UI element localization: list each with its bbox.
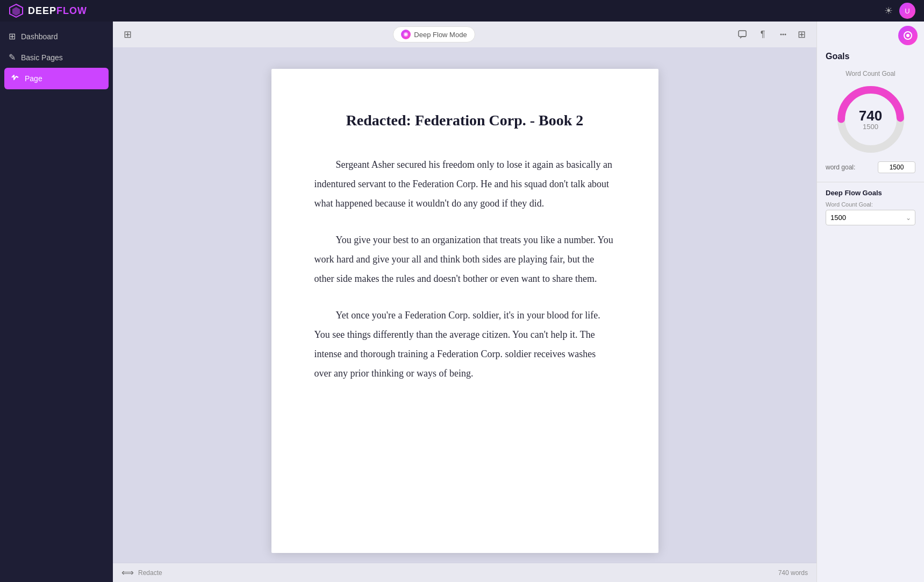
sidebar-item-label: Page [25,74,42,83]
avatar[interactable]: U [899,3,915,19]
word-count-goal-label: Word Count Goal [826,70,915,77]
svg-point-7 [785,34,786,36]
current-word-count: 740 [859,109,882,123]
logo-text: DEEPFLOW [28,5,87,17]
deep-flow-goals-section: Deep Flow Goals Word Count Goal: 500 750… [817,182,924,232]
goals-circle-icon[interactable] [898,26,918,45]
word-goal-input[interactable] [878,161,915,173]
logo-icon [9,3,24,18]
more-icon[interactable] [775,26,791,42]
document[interactable]: Redacted: Federation Corp. - Book 2 Serg… [271,69,658,553]
svg-marker-1 [12,7,20,16]
toolbar-left: ⊞ [121,26,134,42]
sidebar-item-dashboard[interactable]: ⊞ Dashboard [0,26,113,47]
svg-rect-4 [739,31,746,37]
donut-chart: 740 1500 [826,82,915,157]
word-count-select-wrapper: 500 750 1000 1500 2000 3000 ⌄ [826,210,915,225]
main-layout: ⊞ Dashboard ✎ Basic Pages Page ⊞ [0,22,924,582]
comment-icon[interactable] [734,26,750,42]
grid-right-icon[interactable]: ⊞ [796,26,808,42]
svg-point-6 [783,34,784,36]
svg-point-5 [780,34,782,36]
logo: DEEPFLOW [9,3,87,18]
donut-center: 740 1500 [859,109,882,131]
word-count-goal-section: Word Count Goal 740 1500 word goal: [817,66,924,178]
word-goal-row: word goal: [826,161,915,173]
toolbar-right: ¶ ⊞ [734,26,808,42]
right-panel: Goals Word Count Goal 740 1500 w [816,22,924,582]
doc-title: Redacted: Federation Corp. - Book 2 [314,112,615,129]
goal-word-count: 1500 [859,123,882,131]
doc-paragraph-2: You give your best to an organization th… [314,230,615,288]
sidebar-item-label: Basic Pages [21,53,63,62]
word-goal-label: word goal: [826,164,855,171]
word-count-display: 740 words [778,569,808,577]
word-count-goal-select[interactable]: 500 750 1000 1500 2000 3000 [826,210,915,225]
page-icon [11,73,19,84]
settings-icon[interactable]: ☀ [884,5,893,17]
word-count-goal-field-label: Word Count Goal: [826,201,915,208]
pages-icon: ✎ [9,52,16,62]
toolbar-center: Deep Flow Mode [393,26,475,42]
expand-icon[interactable]: ⟺ [121,567,134,578]
doc-footer: ⟺ Redacte 740 words [113,563,816,582]
deepflow-icon [401,30,411,39]
doc-paragraph-3: Yet once you're a Federation Corp. soldi… [314,306,615,383]
sidebar-item-label: Dashboard [21,32,58,41]
sidebar: ⊞ Dashboard ✎ Basic Pages Page [0,22,113,582]
topbar-right: ☀ U [884,3,915,19]
doc-paragraph-1: Sergeant Asher secured his freedom only … [314,155,615,213]
sidebar-item-page[interactable]: Page [4,68,109,89]
footer-left: ⟺ Redacte [121,567,162,578]
deep-flow-goals-title: Deep Flow Goals [826,189,915,197]
goals-title: Goals [817,45,924,66]
deepflow-mode-label: Deep Flow Mode [414,31,467,39]
grid-left-icon[interactable]: ⊞ [121,26,134,42]
doc-container: Redacted: Federation Corp. - Book 2 Serg… [113,47,816,563]
toolbar: ⊞ Deep Flow Mode [113,22,816,47]
svg-point-3 [405,33,407,36]
redacted-label: Redacte [138,569,162,577]
paragraph-icon[interactable]: ¶ [755,26,771,42]
deepflow-mode-button[interactable]: Deep Flow Mode [393,26,475,42]
dashboard-icon: ⊞ [9,31,16,41]
panel-top [817,22,924,45]
topbar: DEEPFLOW ☀ U [0,0,924,22]
svg-point-9 [906,34,909,37]
content-area: ⊞ Deep Flow Mode [113,22,816,582]
sidebar-item-basic-pages[interactable]: ✎ Basic Pages [0,47,113,68]
